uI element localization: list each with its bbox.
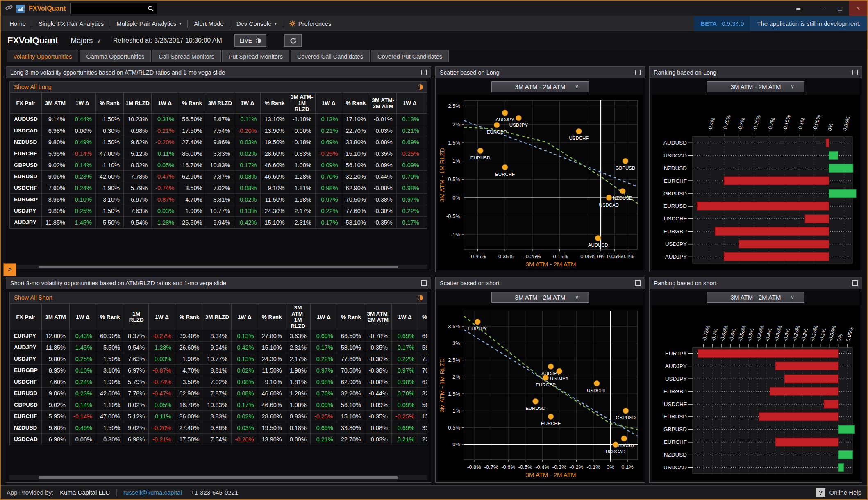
bar-audusd[interactable] bbox=[826, 139, 829, 147]
table-row-nzdusd[interactable]: NZDUSD9.80%0.49%1.50%9.62%-0.20%27.40%9.… bbox=[10, 136, 428, 148]
bar-eurchf[interactable] bbox=[724, 177, 829, 185]
scatter-point-nzdusd[interactable] bbox=[620, 188, 625, 194]
bar-eurgbp[interactable] bbox=[770, 387, 838, 395]
column-header[interactable]: 1W Δ bbox=[69, 304, 96, 330]
bar-gbpusd[interactable] bbox=[829, 189, 856, 198]
table-row-eurgbp[interactable]: EURGBP8.95%0.10%3.10%6.97%-0.87%4.70%8.8… bbox=[10, 194, 428, 205]
bar-usdchf[interactable] bbox=[805, 215, 829, 223]
show-all-long-bar[interactable]: Show All Long bbox=[9, 81, 427, 92]
scrollbar-thumb[interactable] bbox=[39, 476, 398, 479]
scatter-point-eurgbp[interactable] bbox=[494, 122, 500, 128]
online-help-link[interactable]: Online Help bbox=[829, 489, 861, 496]
pair-group-dropdown[interactable]: Majors ∨ bbox=[70, 36, 101, 45]
scatter-point-usdcad[interactable] bbox=[613, 442, 618, 448]
bar-usdjpy[interactable] bbox=[739, 240, 829, 248]
metric-dropdown[interactable]: 3M ATM - 2M ATM ∨ bbox=[707, 292, 804, 303]
panel-checkbox[interactable] bbox=[635, 70, 641, 75]
search-icon[interactable] bbox=[148, 5, 154, 12]
window-menu-button[interactable]: ≡ bbox=[789, 1, 807, 16]
column-header[interactable]: % Rank bbox=[175, 304, 203, 330]
menu-item-home[interactable]: Home bbox=[3, 16, 32, 31]
menu-item-alert-mode[interactable]: Alert Mode bbox=[188, 16, 230, 31]
expand-panel-button[interactable]: > bbox=[3, 263, 16, 276]
column-header[interactable]: % Rank bbox=[337, 304, 365, 330]
tab-put-spread-monitors[interactable]: Put Spread Monitors bbox=[222, 50, 289, 62]
table-row-usdjpy[interactable]: USDJPY9.80%0.25%1.50%7.63%0.03%1.90%10.7… bbox=[10, 205, 428, 217]
column-toggle-icon[interactable] bbox=[418, 295, 423, 300]
table-row-usdcad[interactable]: USDCAD6.98%0.00%0.30%6.98%-0.21%17.50%7.… bbox=[10, 125, 428, 136]
column-header[interactable]: % Rank bbox=[96, 304, 124, 330]
bar-usdcad[interactable] bbox=[829, 151, 838, 159]
column-header[interactable]: % Rank bbox=[342, 93, 370, 114]
scatter-point-nzdusd[interactable] bbox=[621, 436, 627, 441]
tab-call-spread-monitors[interactable]: Call Spread Monitors bbox=[152, 50, 220, 62]
scatter-point-audusd[interactable] bbox=[595, 235, 601, 241]
scatter-point-usdchf[interactable] bbox=[576, 128, 582, 134]
horizontal-scrollbar[interactable] bbox=[9, 475, 427, 480]
tab-covered-call-candidates[interactable]: Covered Call Candidates bbox=[291, 50, 370, 62]
column-header[interactable]: % Rank bbox=[95, 93, 123, 114]
menu-item-preferences[interactable]: Preferences bbox=[283, 16, 338, 31]
column-header[interactable]: % Rank bbox=[178, 93, 206, 114]
column-header[interactable]: % Rank bbox=[423, 93, 427, 114]
bar-audjpy[interactable] bbox=[724, 253, 829, 261]
show-all-short-bar[interactable]: Show All Short bbox=[9, 292, 427, 303]
metric-dropdown[interactable]: 3M ATM - 2M ATM ∨ bbox=[491, 81, 589, 92]
panel-checkbox[interactable] bbox=[852, 280, 858, 286]
bar-eurgbp[interactable] bbox=[715, 227, 829, 236]
column-toggle-icon[interactable] bbox=[418, 84, 423, 90]
column-header[interactable]: 1W Δ bbox=[231, 304, 258, 330]
table-row-eurusd[interactable]: EURUSD9.06%0.23%42.60%7.78%-0.47%62.90%7… bbox=[10, 171, 428, 182]
column-header[interactable]: 3M RLZD bbox=[206, 93, 234, 114]
scatter-point-eurusd[interactable] bbox=[533, 398, 539, 404]
scatter-point-audjpy[interactable] bbox=[548, 364, 554, 369]
bar-eurusd[interactable] bbox=[697, 202, 829, 210]
bar-eurchf[interactable] bbox=[775, 438, 838, 446]
column-header[interactable]: 1W Δ bbox=[310, 304, 337, 330]
column-header[interactable]: % Rank bbox=[258, 304, 286, 330]
table-row-usdchf[interactable]: USDCHF7.60%0.24%1.90%5.79%-0.74%3.50%7.0… bbox=[10, 182, 428, 194]
table-row-usdcad[interactable]: USDCAD6.98%0.00%0.30%6.98%-0.21%17.50%7.… bbox=[10, 434, 428, 445]
column-header[interactable]: FX Pair bbox=[10, 304, 42, 330]
column-header[interactable]: 1W Δ bbox=[391, 304, 418, 330]
column-header[interactable]: 3M RLZD bbox=[203, 304, 231, 330]
close-button[interactable]: × bbox=[849, 1, 867, 16]
panel-checkbox[interactable] bbox=[635, 280, 641, 286]
column-header[interactable]: 3M ATM bbox=[41, 93, 69, 114]
table-row-eurchf[interactable]: EURCHF5.95%-0.14%47.00%5.12%0.11%86.00%3… bbox=[10, 411, 428, 422]
column-header[interactable]: 1W Δ bbox=[234, 93, 261, 114]
column-header[interactable]: FX Pair bbox=[10, 93, 42, 114]
menu-item-multiple-pair-analytics[interactable]: Multiple Pair Analytics▾ bbox=[110, 16, 187, 31]
table-row-gbpusd[interactable]: GBPUSD9.02%0.14%1.10%8.02%0.05%16.70%10.… bbox=[10, 159, 428, 171]
search-box[interactable] bbox=[70, 3, 157, 14]
scatter-point-usdjpy[interactable] bbox=[516, 115, 522, 121]
search-input[interactable] bbox=[74, 5, 148, 12]
panel-checkbox[interactable] bbox=[421, 280, 427, 286]
column-header[interactable]: % Rank bbox=[261, 93, 289, 114]
panel-checkbox[interactable] bbox=[421, 70, 427, 75]
bar-usdchf[interactable] bbox=[824, 400, 838, 408]
tab-covered-put-candidates[interactable]: Covered Put Candidates bbox=[371, 50, 449, 62]
maximize-button[interactable]: □ bbox=[831, 1, 849, 16]
bar-nzdusd[interactable] bbox=[829, 164, 853, 172]
table-row-gbpusd[interactable]: GBPUSD9.02%0.14%1.10%8.02%0.05%16.70%10.… bbox=[10, 399, 428, 411]
help-icon[interactable]: ? bbox=[816, 488, 825, 497]
column-header[interactable]: 3M ATM-2M ATM bbox=[365, 304, 391, 330]
email-link[interactable]: russell@kuma.capital bbox=[123, 489, 182, 496]
live-toggle[interactable]: LIVE bbox=[234, 34, 266, 47]
table-row-audjpy[interactable]: AUDJPY11.85%1.45%5.50%9.54%1.28%26.60%9.… bbox=[10, 217, 428, 228]
column-header[interactable]: 1W Δ bbox=[69, 93, 95, 114]
menu-item-dev-console[interactable]: Dev Console▾ bbox=[230, 16, 283, 31]
column-header[interactable]: 3M ATM-1M RLZD bbox=[286, 304, 310, 330]
tab-gamma-opportunities[interactable]: Gamma Opportunities bbox=[80, 50, 151, 62]
tab-volatility-opportunities[interactable]: Volatility Opportunities bbox=[7, 50, 78, 62]
scrollbar-thumb[interactable] bbox=[39, 266, 398, 268]
table-row-audjpy[interactable]: AUDJPY11.85%1.45%5.50%9.54%1.28%26.60%9.… bbox=[10, 342, 428, 353]
menu-item-single-fx-pair-analytics[interactable]: Single FX Pair Analytics bbox=[32, 16, 110, 31]
column-header[interactable]: 3M ATM bbox=[41, 304, 69, 330]
scatter-point-eurchf[interactable] bbox=[502, 164, 508, 170]
table-row-eurusd[interactable]: EURUSD9.06%0.23%42.60%7.78%-0.47%62.90%7… bbox=[10, 388, 428, 399]
column-header[interactable]: 1M RLZD bbox=[124, 304, 149, 330]
link-icon[interactable] bbox=[5, 4, 13, 14]
scatter-point-gbpusd[interactable] bbox=[623, 408, 629, 414]
